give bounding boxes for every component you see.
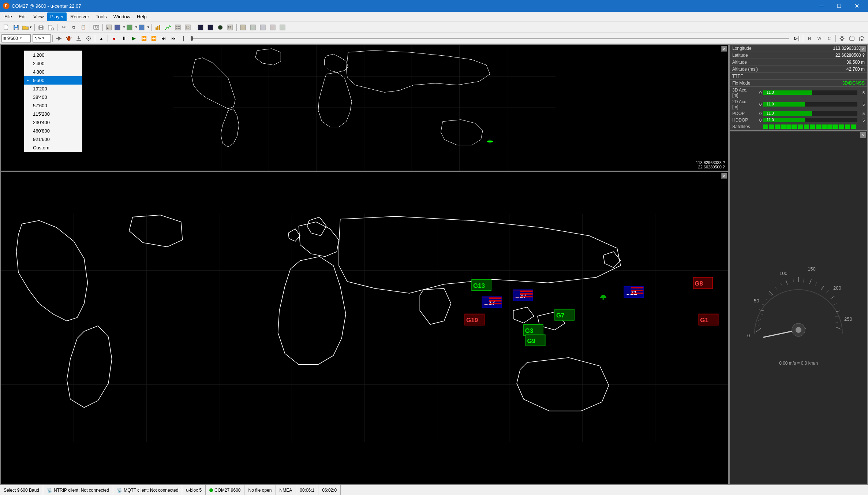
baud-custom[interactable]: Custom bbox=[24, 144, 82, 152]
tb-chart-1[interactable] bbox=[153, 23, 163, 32]
sat-bar-16 bbox=[851, 124, 856, 129]
baud-1200[interactable]: 1'200 bbox=[24, 51, 82, 59]
print-preview-button[interactable] bbox=[46, 23, 56, 32]
baud-4800[interactable]: 4'800 bbox=[24, 68, 82, 76]
svg-text:G9: G9 bbox=[527, 338, 535, 345]
tb-extra-4[interactable] bbox=[268, 23, 277, 32]
time1-value: 00:06:1 bbox=[300, 488, 314, 493]
screenshot-button[interactable] bbox=[91, 23, 101, 32]
tb-chart-2[interactable] bbox=[163, 23, 173, 32]
pdop-row: PDOP 0 11.3 5 bbox=[730, 110, 867, 117]
tb-map-4[interactable]: ☷ bbox=[225, 23, 235, 32]
ttff-row: TTFF bbox=[730, 73, 867, 80]
minimize-button[interactable]: ─ bbox=[813, 0, 830, 12]
speedometer-close[interactable]: ✕ bbox=[860, 132, 866, 138]
baud-115200[interactable]: 115'200 bbox=[24, 110, 82, 118]
bottom-map-close[interactable]: ✕ bbox=[721, 173, 727, 179]
tb-chart-4[interactable] bbox=[183, 23, 192, 32]
config-button[interactable] bbox=[84, 34, 93, 43]
paste-button[interactable]: 📋 bbox=[79, 23, 88, 32]
cut-button[interactable]: ✂ bbox=[59, 23, 68, 32]
menu-player[interactable]: Player bbox=[47, 12, 67, 21]
rewind-button[interactable]: ⏪ bbox=[149, 34, 158, 43]
menu-help[interactable]: Help bbox=[134, 12, 150, 21]
sat-bar-9 bbox=[810, 124, 815, 129]
tb-map-2[interactable] bbox=[206, 23, 215, 32]
copy-button[interactable]: ⧉ bbox=[69, 23, 78, 32]
end-marker-button[interactable]: ⊳| bbox=[792, 34, 801, 43]
tb-extra-5[interactable] bbox=[278, 23, 287, 32]
toolbar1: ▼ ✂ ⧉ 📋 Σ ▼ ▼ ▼ ☷ bbox=[0, 22, 868, 33]
speed-value-label: 0.00 m/s = 0.0 km/h bbox=[779, 361, 818, 366]
settings-3-button[interactable] bbox=[857, 34, 867, 43]
c-button[interactable]: C bbox=[824, 34, 834, 43]
baud-460800[interactable]: 460'800 bbox=[24, 127, 82, 135]
svg-rect-15 bbox=[115, 25, 120, 30]
acc3d-bar-val: 11.3 bbox=[767, 90, 774, 94]
baud-57600[interactable]: 57'600 bbox=[24, 101, 82, 110]
close-button[interactable]: ✕ bbox=[848, 0, 865, 12]
settings-2-button[interactable] bbox=[847, 34, 857, 43]
bug-button[interactable] bbox=[64, 34, 74, 43]
fast-forward-button[interactable]: ⏩ bbox=[139, 34, 149, 43]
open-button[interactable]: ▼ bbox=[21, 23, 33, 32]
tb-btn-7[interactable]: ▼ bbox=[126, 23, 138, 32]
baud-rate-selector[interactable]: ≡ 9'600 ▼ bbox=[1, 34, 31, 42]
print-button[interactable] bbox=[36, 23, 46, 32]
svg-text:50: 50 bbox=[754, 298, 759, 304]
baud-38400[interactable]: 38'400 bbox=[24, 93, 82, 101]
fix-mode-value: 3D/DGNSS bbox=[842, 81, 865, 86]
step-back-button[interactable]: ⏮ bbox=[169, 34, 178, 43]
gps-info-close[interactable]: ✕ bbox=[860, 46, 866, 52]
baud-921600[interactable]: 921'600 bbox=[24, 135, 82, 144]
pause-button[interactable]: ⏸ bbox=[119, 34, 129, 43]
scroll-up-button[interactable]: ▲ bbox=[97, 34, 106, 43]
menu-file[interactable]: File bbox=[1, 12, 15, 21]
playback-slider[interactable] bbox=[191, 38, 789, 39]
svg-point-53 bbox=[841, 37, 843, 40]
tb-btn-6[interactable]: ▼ bbox=[114, 23, 126, 32]
baud-dropdown-arrow: ▼ bbox=[19, 37, 22, 40]
baud-dropdown[interactable]: 1'200 2'400 4'800 9'600 19'200 38'400 57… bbox=[24, 51, 82, 152]
tb-chart-3[interactable] bbox=[173, 23, 183, 32]
save-button[interactable] bbox=[11, 23, 21, 32]
bottom-map: ✕ bbox=[1, 172, 728, 484]
menu-receiver[interactable]: Receiver bbox=[67, 12, 92, 21]
playback-separator-btn[interactable]: | bbox=[179, 34, 188, 43]
baud-9600[interactable]: 9'600 bbox=[24, 76, 82, 85]
tb-map-3[interactable] bbox=[216, 23, 225, 32]
baud-230400[interactable]: 230'400 bbox=[24, 118, 82, 127]
tb-extra-2[interactable] bbox=[248, 23, 258, 32]
sat-bar-10 bbox=[816, 124, 821, 129]
wave-selector[interactable]: ∿∿ ▼ bbox=[33, 34, 51, 42]
top-map-close[interactable]: ✕ bbox=[721, 46, 727, 52]
menu-view[interactable]: View bbox=[30, 12, 46, 21]
app-icon: P bbox=[3, 3, 10, 9]
left-panel: ✕ bbox=[0, 44, 729, 485]
maximize-button[interactable]: □ bbox=[831, 0, 848, 12]
baud-19200[interactable]: 19'200 bbox=[24, 85, 82, 93]
h-button[interactable]: H bbox=[805, 34, 814, 43]
settings-1-button[interactable] bbox=[837, 34, 847, 43]
gps-info-panel: ✕ Longitude 113.82963333 ? Latitude 22.6… bbox=[730, 45, 867, 130]
new-button[interactable] bbox=[1, 23, 11, 32]
tb-map-1[interactable] bbox=[196, 23, 205, 32]
hdop-start: 0 bbox=[756, 118, 762, 122]
play-button[interactable]: ▶ bbox=[129, 34, 139, 43]
step-forward-button[interactable]: ⏭ bbox=[159, 34, 168, 43]
toolbar2-sep-3 bbox=[108, 35, 108, 42]
baud-2400[interactable]: 2'400 bbox=[24, 59, 82, 68]
svg-text:G7: G7 bbox=[556, 312, 565, 319]
record-button[interactable]: ● bbox=[109, 34, 119, 43]
tb-btn-8[interactable]: ▼ bbox=[138, 23, 150, 32]
time2-value: 06:02:0 bbox=[322, 488, 337, 493]
tb-extra-3[interactable] bbox=[258, 23, 267, 32]
menu-window[interactable]: Window bbox=[111, 12, 133, 21]
w-button[interactable]: W bbox=[815, 34, 824, 43]
menu-edit[interactable]: Edit bbox=[16, 12, 30, 21]
crosshair-button[interactable] bbox=[54, 34, 64, 43]
menu-tools[interactable]: Tools bbox=[93, 12, 109, 21]
tb-extra-1[interactable] bbox=[238, 23, 248, 32]
tb-btn-5[interactable]: Σ bbox=[104, 23, 114, 32]
download-button[interactable] bbox=[74, 34, 83, 43]
